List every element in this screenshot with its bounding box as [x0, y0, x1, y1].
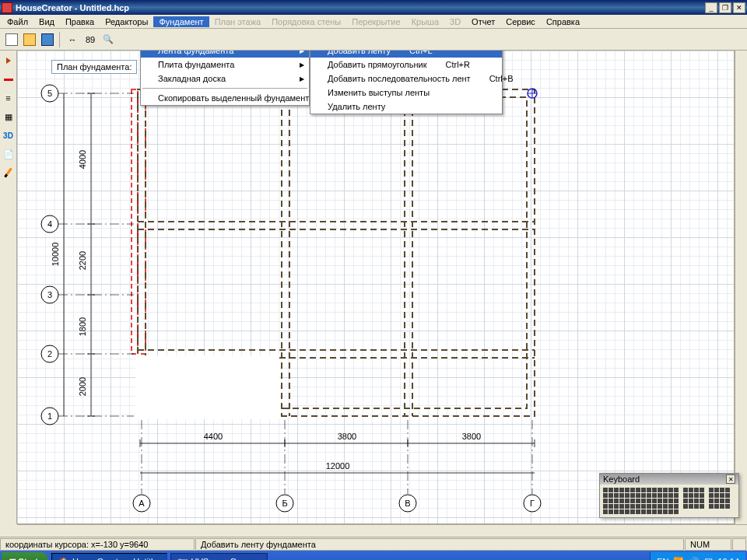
- arrow-icon: [6, 58, 11, 64]
- open-button[interactable]: [21, 31, 38, 48]
- dim-4000: 4000: [78, 150, 87, 169]
- foundation-menu[interactable]: Лента фундаментаПлита фундаментаЗакладна…: [140, 51, 310, 106]
- menu-Порядовка стены[interactable]: Порядовка стены: [266, 16, 346, 27]
- window-title: HouseCreator - Untitled.hcp: [16, 3, 705, 12]
- tray-icon[interactable]: 🔊: [689, 557, 700, 561]
- system-tray[interactable]: EN 📶 🔊 🛡 16:14: [650, 552, 745, 560]
- menu-item[interactable]: Добавить лентуCtrl+L: [310, 51, 502, 58]
- svg-text:В: В: [405, 499, 410, 508]
- close-button[interactable]: ✕: [733, 2, 745, 13]
- svg-text:2000: 2000: [78, 377, 87, 396]
- tray-icon[interactable]: 🛡: [704, 557, 713, 560]
- svg-text:4400: 4400: [204, 432, 223, 441]
- svg-text:1: 1: [47, 411, 52, 421]
- save-button[interactable]: [39, 31, 56, 48]
- tool-3d[interactable]: 3D: [0, 127, 17, 144]
- restore-button[interactable]: ❐: [719, 2, 731, 13]
- keyboard-close-button[interactable]: ✕: [726, 474, 735, 484]
- menu-Крыша[interactable]: Крыша: [406, 16, 444, 27]
- pointer-tool[interactable]: [0, 52, 17, 69]
- svg-text:А: А: [139, 499, 145, 508]
- vertical-scrollbar[interactable]: [735, 51, 747, 524]
- clock: 16:14: [717, 557, 739, 560]
- menubar: ФайлВидПравкаРедакторыФундаментПлан этаж…: [0, 15, 747, 29]
- cube-icon: 3D: [3, 131, 13, 140]
- plan-label: План фундамента:: [51, 60, 137, 74]
- menu-separator: [142, 88, 307, 89]
- svg-text:12000: 12000: [326, 461, 350, 471]
- taskbar: ⊞ Start 🏠HouseCreator - Untitl... 📷UVScr…: [0, 551, 747, 560]
- keyboard-titlebar[interactable]: Keyboard ✕: [600, 474, 738, 485]
- menu-План этажа[interactable]: План этажа: [209, 16, 266, 27]
- svg-text:Б: Б: [282, 499, 287, 508]
- menu-item[interactable]: Добавить прямоугольникCtrl+R: [310, 58, 502, 72]
- menu-Редакторы[interactable]: Редакторы: [100, 16, 153, 27]
- tool-3[interactable]: ≡: [0, 89, 17, 107]
- menu-item[interactable]: Скопировать выделенный фундамент: [141, 91, 309, 105]
- keyboard-body: [600, 485, 738, 517]
- svg-rect-12: [135, 355, 279, 419]
- start-label: Start: [18, 557, 37, 560]
- pencil-icon: [4, 167, 12, 177]
- menu-item[interactable]: Удалить ленту: [310, 100, 502, 114]
- status-mode: NUM: [685, 538, 731, 551]
- zoom-tool-button[interactable]: 🔍: [100, 31, 117, 48]
- new-button[interactable]: [3, 31, 20, 48]
- start-button[interactable]: ⊞ Start: [2, 552, 48, 560]
- titlebar: HouseCreator - Untitled.hcp _ ❐ ✕: [0, 0, 747, 15]
- left-toolbar: ≡ ▦ 3D 📄: [0, 51, 17, 524]
- windows-icon: ⊞: [8, 557, 15, 561]
- menu-item[interactable]: Добавить последовательность лентCtrl+B: [310, 72, 502, 86]
- menu-3D[interactable]: 3D: [444, 16, 466, 27]
- menu-Фундамент[interactable]: Фундамент: [153, 16, 209, 27]
- tool-4[interactable]: ▦: [0, 108, 17, 125]
- lang-indicator[interactable]: EN: [657, 557, 668, 560]
- tool-pencil[interactable]: [0, 164, 17, 181]
- menu-item[interactable]: Изменить выступы ленты: [310, 86, 502, 100]
- menu-item[interactable]: Закладная доска: [141, 72, 309, 86]
- status-coords: координаты курсора: x=-130 y=9640: [0, 538, 195, 551]
- svg-text:3800: 3800: [338, 432, 356, 441]
- minimize-button[interactable]: _: [705, 2, 717, 13]
- tool-6[interactable]: 📄: [0, 145, 17, 163]
- svg-text:4: 4: [47, 219, 52, 229]
- menu-Перекрытие[interactable]: Перекрытие: [346, 16, 405, 27]
- taskbar-app-2[interactable]: 📷UVScreenCamera: [170, 553, 268, 560]
- statusbar: координаты курсора: x=-130 y=9640 Добави…: [0, 537, 747, 551]
- keyboard-window[interactable]: Keyboard ✕: [599, 473, 739, 518]
- tool-2[interactable]: [0, 71, 17, 88]
- tape-submenu[interactable]: Добавить лентуCtrl+LДобавить прямоугольн…: [310, 51, 503, 114]
- svg-rect-1: [132, 89, 138, 354]
- app-icon: [2, 2, 12, 13]
- menu-item[interactable]: Лента фундамента: [141, 51, 309, 58]
- menu-item[interactable]: Плита фундамента: [141, 58, 309, 72]
- status-grip: [732, 538, 746, 551]
- canvas[interactable]: План фундамента:: [17, 51, 735, 524]
- svg-text:1800: 1800: [78, 317, 87, 336]
- menu-Справка[interactable]: Справка: [541, 16, 585, 27]
- svg-text:Г: Г: [530, 499, 535, 508]
- menu-Вид[interactable]: Вид: [33, 16, 60, 27]
- svg-text:2200: 2200: [78, 251, 87, 270]
- menu-Отчет[interactable]: Отчет: [466, 16, 500, 27]
- svg-text:3: 3: [47, 290, 52, 299]
- zoom-value[interactable]: 89: [82, 31, 99, 48]
- zoom-fit-button[interactable]: ↔: [64, 31, 81, 48]
- status-hint: Добавить ленту фундамента: [195, 538, 684, 551]
- svg-text:3800: 3800: [462, 432, 481, 441]
- menu-Файл[interactable]: Файл: [2, 16, 33, 27]
- toolbar: ↔ 89 🔍: [0, 29, 747, 51]
- svg-text:10000: 10000: [51, 243, 60, 267]
- keyboard-title-text: Keyboard: [603, 474, 726, 484]
- svg-text:5: 5: [47, 89, 52, 98]
- menu-Сервис[interactable]: Сервис: [500, 16, 541, 27]
- tray-icon[interactable]: 📶: [673, 557, 684, 561]
- toolbar-separator: [59, 32, 61, 47]
- red-icon: [4, 79, 13, 81]
- menu-Правка[interactable]: Правка: [60, 16, 100, 27]
- svg-text:2: 2: [47, 349, 52, 359]
- plan-drawing: 54321 АБВГ 4000 2200 1800 2000 10000: [17, 51, 733, 524]
- taskbar-app-1[interactable]: 🏠HouseCreator - Untitl...: [51, 553, 167, 560]
- horizontal-scrollbar[interactable]: [17, 524, 747, 537]
